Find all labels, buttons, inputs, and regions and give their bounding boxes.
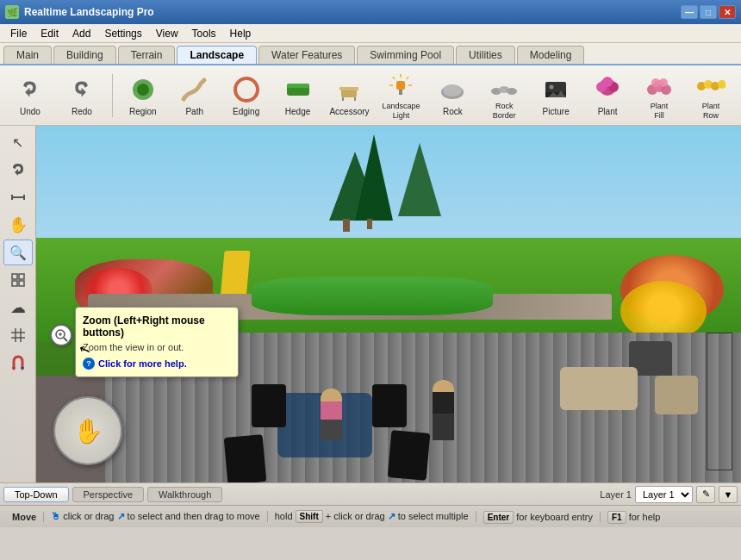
menu-edit[interactable]: Edit [34, 26, 65, 41]
tab-utilities[interactable]: Utilities [456, 46, 515, 64]
menu-help[interactable]: Help [223, 26, 258, 41]
statusbar: Move 🖱 click or drag ↗ to select and the… [0, 505, 741, 527]
plant-fill-button[interactable]: PlantFill [636, 70, 682, 121]
menu-file[interactable]: File [3, 26, 34, 41]
accessory-button[interactable]: Accessory [327, 70, 373, 121]
tab-modeling[interactable]: Modeling [517, 46, 585, 64]
cloud-tool-button[interactable]: ☁ [3, 295, 33, 320]
menu-tools[interactable]: Tools [185, 26, 223, 41]
tree-trunk-1 [343, 219, 350, 232]
compass-hand-icon: ✋ [73, 417, 103, 445]
fit-tool-button[interactable] [3, 267, 33, 293]
plant-row-label: PlantRow [702, 102, 720, 121]
layer-select[interactable]: Layer 1 Layer 2 Layer 3 [635, 486, 693, 503]
minimize-button[interactable]: — [681, 5, 698, 19]
zoom-tooltip: Zoom (Left+Right mouse buttons) Zoom the… [75, 307, 239, 377]
status-move: Move [5, 512, 44, 522]
zoom-tool-button[interactable]: 🔍 [3, 240, 33, 265]
rock-button[interactable]: Rock [429, 70, 476, 121]
landscape-light-button[interactable]: LandscapeLight [377, 70, 424, 121]
menu-view[interactable]: View [149, 26, 185, 41]
magnet-tool-button[interactable] [3, 350, 33, 376]
layer-edit-button[interactable]: ✎ [696, 486, 715, 503]
rock-label: Rock [443, 107, 463, 116]
view-tab-topdown[interactable]: Top-Down [3, 487, 69, 502]
layer-dropdown-button[interactable]: ▼ [719, 486, 738, 503]
enter-key-badge: Enter [483, 511, 514, 524]
svg-point-12 [443, 84, 462, 96]
tree-trunk-2 [367, 219, 372, 229]
tab-swimming-pool[interactable]: Swimming Pool [357, 46, 454, 64]
edging-icon [231, 74, 262, 105]
path-button[interactable]: Path [171, 70, 218, 121]
hedge-row [252, 277, 493, 315]
person-2 [433, 380, 454, 440]
svg-rect-38 [19, 281, 24, 286]
tab-water-features[interactable]: Water Features [258, 46, 355, 64]
tab-landscape[interactable]: Landscape [177, 46, 257, 64]
tooltip-help-link[interactable]: ? Click for more help. [83, 358, 231, 370]
measure-tool-button[interactable] [3, 184, 33, 210]
menubar: File Edit Add Settings View Tools Help [0, 24, 741, 43]
tab-building[interactable]: Building [53, 46, 116, 64]
region-button[interactable]: Region [120, 70, 166, 121]
navigation-compass[interactable]: ✋ [53, 396, 122, 465]
svg-rect-6 [339, 87, 358, 90]
plant-row-button[interactable]: PlantRow [688, 70, 734, 121]
select-tool-button[interactable]: ↖ [3, 129, 33, 155]
picture-button[interactable]: Picture [532, 70, 579, 121]
svg-point-17 [550, 85, 554, 90]
tooltip-description: Zoom the view in or out. [83, 342, 231, 352]
redo-icon [66, 74, 97, 105]
chair-1 [224, 434, 267, 482]
redo-button[interactable]: Redo [59, 70, 105, 121]
tab-main[interactable]: Main [3, 46, 52, 64]
svg-rect-4 [287, 84, 309, 88]
shift-drag-arrow: ↗ [388, 511, 395, 521]
svg-point-15 [507, 88, 517, 95]
chair-lounge [655, 376, 698, 414]
zoom-cursor-indicator [50, 324, 72, 346]
tab-terrain[interactable]: Terrain [118, 46, 176, 64]
undo-icon [15, 74, 46, 105]
path-icon [179, 74, 210, 105]
view-tab-perspective[interactable]: Perspective [72, 487, 144, 502]
status-f1: F1 for help [601, 512, 667, 522]
undo-button[interactable]: Undo [7, 70, 53, 121]
menu-add[interactable]: Add [65, 26, 97, 41]
menu-settings[interactable]: Settings [97, 26, 148, 41]
maximize-button[interactable]: □ [700, 5, 717, 19]
view-tab-walkthrough[interactable]: Walkthrough [147, 487, 222, 502]
toolbar-separator-1 [112, 74, 113, 117]
person-1 [321, 389, 342, 440]
shift-key-badge: Shift [296, 510, 323, 523]
svg-point-22 [602, 77, 613, 87]
plant-icon [592, 74, 623, 105]
accessory-icon [333, 74, 364, 105]
layer-section: Layer 1 Layer 1 Layer 2 Layer 3 ✎ ▼ [600, 486, 738, 503]
edging-button[interactable]: Edging [223, 70, 270, 121]
svg-rect-36 [19, 274, 24, 279]
drag-arrow: ↗ [117, 511, 125, 521]
plant-fill-label: PlantFill [651, 102, 669, 121]
undo-label: Undo [20, 107, 40, 116]
rock-border-label: RockBorder [493, 102, 516, 121]
toolbar: Undo Redo Region Path Edging Hedge [0, 65, 741, 126]
click-drag-arrow: 🖱 [51, 511, 60, 521]
chair-2 [388, 430, 431, 481]
hedge-button[interactable]: Hedge [275, 70, 321, 121]
svg-point-1 [137, 84, 149, 96]
undo-tool-button[interactable] [3, 157, 33, 183]
pan-tool-button[interactable]: ✋ [3, 212, 33, 238]
chair-3 [252, 384, 286, 427]
rock-border-button[interactable]: RockBorder [481, 70, 527, 121]
tooltip-title: Zoom (Left+Right mouse buttons) [83, 314, 231, 339]
main-area: ↖ ✋ 🔍 ☁ [0, 126, 741, 482]
grid-tool-button[interactable] [3, 322, 33, 348]
svg-point-27 [659, 78, 668, 87]
viewport[interactable]: ✋ Zoom (Left+Right mouse buttons) Zoom t… [36, 126, 741, 482]
hedge-icon [283, 74, 314, 105]
close-button[interactable]: ✕ [719, 5, 736, 19]
plant-button[interactable]: Plant [584, 70, 631, 121]
picture-label: Picture [543, 107, 570, 116]
